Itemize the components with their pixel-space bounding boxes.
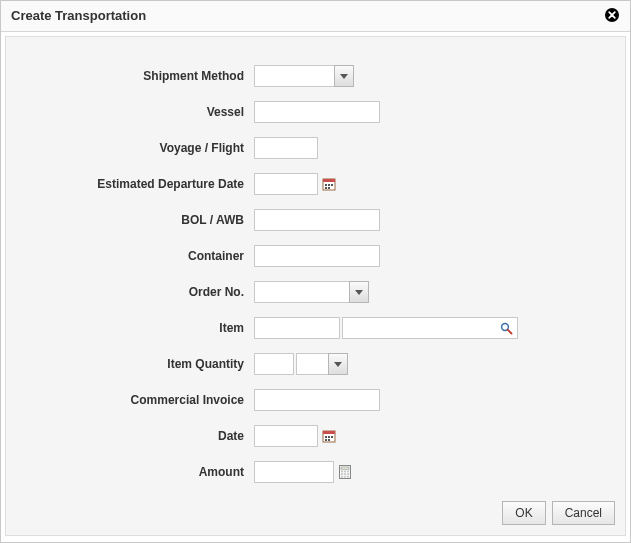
- label-etd: Estimated Departure Date: [16, 177, 254, 191]
- svg-rect-19: [341, 467, 349, 469]
- label-vessel: Vessel: [16, 105, 254, 119]
- item-qty-uom-dropdown-button[interactable]: [328, 353, 348, 375]
- label-shipment-method: Shipment Method: [16, 69, 254, 83]
- label-order-no: Order No.: [16, 285, 254, 299]
- svg-rect-16: [325, 439, 327, 441]
- row-item: Item: [16, 317, 615, 339]
- vessel-input[interactable]: [254, 101, 380, 123]
- label-container: Container: [16, 249, 254, 263]
- calendar-icon: [322, 177, 336, 191]
- dialog-footer: OK Cancel: [502, 501, 615, 525]
- label-bol: BOL / AWB: [16, 213, 254, 227]
- svg-rect-26: [341, 476, 343, 478]
- svg-rect-25: [347, 473, 349, 475]
- row-voyage: Voyage / Flight: [16, 137, 615, 159]
- order-no-input[interactable]: [254, 281, 349, 303]
- row-etd: Estimated Departure Date: [16, 173, 615, 195]
- search-icon: [500, 322, 513, 335]
- svg-rect-12: [323, 431, 335, 434]
- label-item-qty: Item Quantity: [16, 357, 254, 371]
- item-description-display: [342, 317, 518, 339]
- svg-rect-17: [328, 439, 330, 441]
- row-shipment-method: Shipment Method: [16, 65, 615, 87]
- row-date: Date: [16, 425, 615, 447]
- svg-rect-4: [325, 184, 327, 186]
- etd-datepicker-button[interactable]: [318, 173, 340, 195]
- svg-rect-23: [341, 473, 343, 475]
- item-qty-input[interactable]: [254, 353, 294, 375]
- row-item-qty: Item Quantity: [16, 353, 615, 375]
- row-bol: BOL / AWB: [16, 209, 615, 231]
- svg-rect-8: [328, 187, 330, 189]
- order-no-dropdown-button[interactable]: [349, 281, 369, 303]
- svg-rect-6: [331, 184, 333, 186]
- dialog-title: Create Transportation: [11, 8, 146, 23]
- chevron-down-icon: [334, 362, 342, 367]
- svg-rect-20: [341, 471, 343, 473]
- amount-calculator-button[interactable]: [334, 461, 356, 483]
- shipment-method-input[interactable]: [254, 65, 334, 87]
- svg-rect-14: [328, 436, 330, 438]
- label-amount: Amount: [16, 465, 254, 479]
- voyage-input[interactable]: [254, 137, 318, 159]
- dialog-body: Shipment Method Vessel Voyage / Flight: [5, 36, 626, 536]
- svg-rect-7: [325, 187, 327, 189]
- shipment-method-dropdown-button[interactable]: [334, 65, 354, 87]
- ok-button[interactable]: OK: [502, 501, 545, 525]
- row-amount: Amount: [16, 461, 615, 483]
- svg-rect-21: [344, 471, 346, 473]
- label-item: Item: [16, 321, 254, 335]
- svg-rect-2: [323, 179, 335, 182]
- svg-rect-27: [344, 476, 346, 478]
- row-container: Container: [16, 245, 615, 267]
- item-qty-uom-input[interactable]: [296, 353, 328, 375]
- bol-input[interactable]: [254, 209, 380, 231]
- label-voyage: Voyage / Flight: [16, 141, 254, 155]
- row-order-no: Order No.: [16, 281, 615, 303]
- close-icon: [605, 8, 619, 22]
- svg-rect-22: [347, 471, 349, 473]
- label-date: Date: [16, 429, 254, 443]
- cancel-button[interactable]: Cancel: [552, 501, 615, 525]
- svg-rect-28: [347, 476, 349, 478]
- svg-rect-13: [325, 436, 327, 438]
- item-qty-uom-select[interactable]: [296, 353, 348, 375]
- row-comm-inv: Commercial Invoice: [16, 389, 615, 411]
- order-no-select[interactable]: [254, 281, 369, 303]
- item-code-input[interactable]: [254, 317, 340, 339]
- etd-input[interactable]: [254, 173, 318, 195]
- shipment-method-select[interactable]: [254, 65, 354, 87]
- svg-rect-24: [344, 473, 346, 475]
- calculator-icon: [339, 465, 351, 479]
- svg-line-10: [508, 329, 512, 333]
- date-input[interactable]: [254, 425, 318, 447]
- calendar-icon: [322, 429, 336, 443]
- svg-rect-15: [331, 436, 333, 438]
- row-vessel: Vessel: [16, 101, 615, 123]
- dialog-close-button[interactable]: [604, 7, 620, 23]
- create-transportation-dialog: Create Transportation Shipment Method: [0, 0, 631, 543]
- chevron-down-icon: [340, 74, 348, 79]
- dialog-title-bar: Create Transportation: [1, 1, 630, 32]
- date-datepicker-button[interactable]: [318, 425, 340, 447]
- container-input[interactable]: [254, 245, 380, 267]
- label-comm-inv: Commercial Invoice: [16, 393, 254, 407]
- svg-rect-5: [328, 184, 330, 186]
- commercial-invoice-input[interactable]: [254, 389, 380, 411]
- amount-input[interactable]: [254, 461, 334, 483]
- item-lookup-button[interactable]: [500, 322, 513, 335]
- chevron-down-icon: [355, 290, 363, 295]
